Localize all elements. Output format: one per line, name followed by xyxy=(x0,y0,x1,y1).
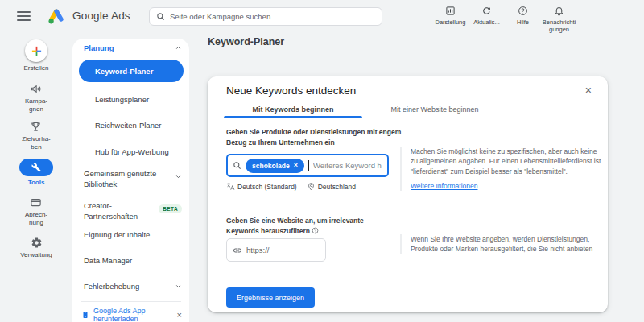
refresh-button[interactable]: Aktualis... xyxy=(469,6,505,34)
megaphone-icon xyxy=(30,83,42,95)
phone-icon xyxy=(81,310,89,320)
admin-label: Verwaltung xyxy=(20,251,52,259)
help-button[interactable]: Hilfe xyxy=(505,6,541,34)
keywords-section-label: Geben Sie Produkte oder Dienstleistungen… xyxy=(226,127,411,148)
trophy-icon xyxy=(30,121,42,133)
create-label: Erstellen xyxy=(23,64,48,72)
help-label: Hilfe xyxy=(517,19,529,26)
bar-chart-icon xyxy=(445,6,456,16)
plus-icon[interactable] xyxy=(25,39,47,62)
new-keywords-dialog: Neue Keywords entdecken × Mit Keywords b… xyxy=(208,76,608,312)
tab-start-with-website[interactable]: Mit einer Website beginnen xyxy=(362,101,507,118)
notifications-label: Benachrichtigungen xyxy=(543,19,576,34)
nav-item-data-manager[interactable]: Data Manager xyxy=(84,256,132,266)
remove-keyword-icon[interactable]: × xyxy=(294,162,298,169)
chevron-up-icon xyxy=(175,44,182,52)
nav-item-shared-library[interactable]: Gemeinsam genutzte Bibliothek xyxy=(84,169,166,189)
active-tab-indicator xyxy=(224,116,362,118)
dialog-title: Neue Keywords entdecken xyxy=(226,85,356,97)
nav-item-performance-planner[interactable]: Leistungsplaner xyxy=(95,95,149,105)
rail-item-goals[interactable]: Zielvorha-ben xyxy=(22,121,51,151)
rail-item-billing[interactable]: Abrech-nung xyxy=(25,196,47,227)
keyword-input-box[interactable]: schokolade × xyxy=(226,154,389,177)
billing-label: Abrech-nung xyxy=(25,211,47,227)
menu-icon[interactable] xyxy=(17,11,31,21)
goals-label: Zielvorha-ben xyxy=(22,135,51,151)
notifications-button[interactable]: Benachrichtigungen xyxy=(541,6,577,34)
keyword-chip[interactable]: schokolade × xyxy=(246,159,304,173)
chevron-down-icon[interactable] xyxy=(175,283,182,290)
rail-item-campaigns[interactable]: Kampa-gnen xyxy=(25,83,47,114)
website-tip: Wenn Sie Ihre Website angeben, werden Di… xyxy=(400,234,601,254)
topbar-actions: Darstellung Aktualis... Hilfe Benachrich… xyxy=(432,6,577,34)
nav-section-planung[interactable]: Planung xyxy=(84,43,182,52)
appearance-label: Darstellung xyxy=(436,19,466,26)
more-info-link[interactable]: Weitere Informationen xyxy=(411,181,477,191)
text-cursor xyxy=(308,160,309,171)
bell-icon xyxy=(554,6,564,16)
rail-item-admin[interactable]: Verwaltung xyxy=(20,237,52,259)
global-search[interactable] xyxy=(149,7,382,26)
website-input-box[interactable] xyxy=(226,238,326,262)
appearance-button[interactable]: Darstellung xyxy=(432,6,469,34)
location-value: Deutschland xyxy=(318,183,356,191)
nav-item-keyword-planner[interactable]: Keyword-Planer xyxy=(79,60,184,82)
planung-label: Planung xyxy=(84,43,114,52)
nav-item-reach-planner[interactable]: Reichweiten-Planer xyxy=(95,121,161,131)
campaigns-label: Kampa-gnen xyxy=(25,97,47,114)
topbar: Google Ads Darstellung Aktualis... Hilfe… xyxy=(0,0,644,32)
google-ads-logo-icon xyxy=(47,6,66,26)
language-option[interactable]: Deutsch (Standard) xyxy=(226,182,297,191)
app-title: Google Ads xyxy=(72,10,130,22)
page-title: Keyword-Planer xyxy=(208,36,284,47)
location-pin-icon xyxy=(307,182,316,191)
targeting-row: Deutsch (Standard) Deutschland xyxy=(226,182,356,191)
nav-item-troubleshooting[interactable]: Fehlerbehebung xyxy=(84,282,139,292)
language-value: Deutsch (Standard) xyxy=(237,183,297,191)
refresh-icon xyxy=(481,6,492,16)
add-keyword-input[interactable] xyxy=(313,161,382,170)
google-ads-app: Google Ads Darstellung Aktualis... Hilfe… xyxy=(0,0,644,322)
credit-card-icon xyxy=(30,196,42,208)
nav-item-content-suitability[interactable]: Eignung der Inhalte xyxy=(84,230,150,241)
search-input[interactable] xyxy=(170,12,375,21)
rail-item-tools[interactable]: Tools xyxy=(19,159,53,187)
tools-active-pill[interactable] xyxy=(19,159,53,176)
show-results-button[interactable]: Ergebnisse anzeigen xyxy=(226,287,315,308)
beta-badge: BETA xyxy=(159,204,182,213)
left-rail: Erstellen Kampa-gnen Zielvorha-ben Tools… xyxy=(0,32,72,322)
secondary-nav: Planung Keyword-Planer Leistungsplaner R… xyxy=(72,39,189,322)
app-download-link[interactable]: Google Ads App herunterladen xyxy=(93,307,171,322)
dialog-tabs: Mit Keywords beginnen Mit einer Website … xyxy=(224,101,583,118)
translate-icon xyxy=(226,182,235,191)
website-url-input[interactable] xyxy=(246,246,320,254)
close-icon[interactable]: × xyxy=(584,83,593,97)
refresh-label: Aktualis... xyxy=(473,19,500,26)
search-icon xyxy=(156,12,165,21)
create-button[interactable]: Erstellen xyxy=(23,32,48,72)
help-icon[interactable] xyxy=(312,227,319,234)
close-icon[interactable]: × xyxy=(175,310,184,320)
keywords-tip: Machen Sie möglichst keine zu spezifisch… xyxy=(400,147,601,191)
divider xyxy=(80,301,181,302)
help-icon xyxy=(518,6,528,16)
location-option[interactable]: Deutschland xyxy=(307,182,356,191)
search-icon xyxy=(233,161,242,170)
nav-item-app-hub[interactable]: Hub für App-Werbung xyxy=(95,147,169,158)
app-download-banner: Google Ads App herunterladen × xyxy=(81,307,184,322)
chevron-down-icon[interactable] xyxy=(175,173,182,180)
tools-icon xyxy=(31,163,41,172)
gear-icon xyxy=(31,237,43,249)
nav-item-creator-partnerships[interactable]: Creator-Partnerschaften xyxy=(84,201,152,221)
website-section-label: Geben Sie eine Website an, um irrelevant… xyxy=(226,216,383,237)
tools-label: Tools xyxy=(28,179,45,187)
link-icon xyxy=(233,246,242,255)
tab-start-with-keywords[interactable]: Mit Keywords beginnen xyxy=(224,101,362,118)
